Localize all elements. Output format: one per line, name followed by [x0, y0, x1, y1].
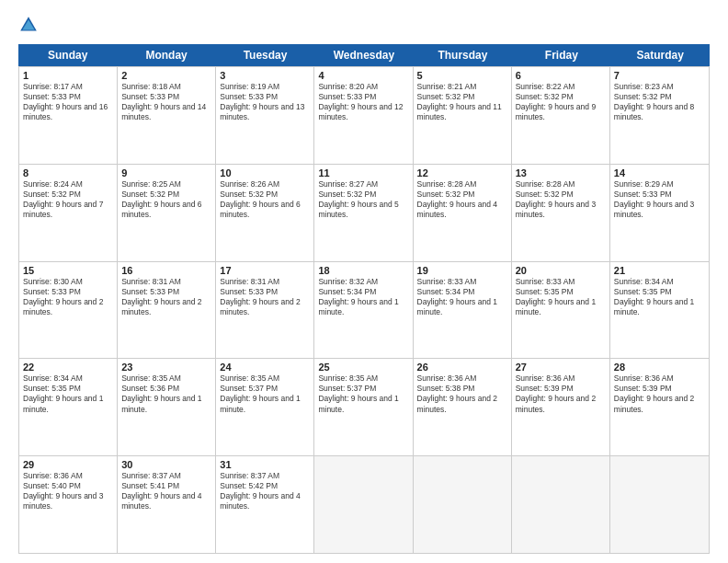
day-cell-4: 4Sunrise: 8:20 AMSunset: 5:33 PMDaylight… — [314, 67, 413, 164]
day-cell-24: 24Sunrise: 8:35 AMSunset: 5:37 PMDayligh… — [216, 359, 314, 455]
day-number-23: 23 — [121, 362, 211, 373]
day-number-7: 7 — [614, 70, 705, 81]
cell-info-7: Sunrise: 8:23 AMSunset: 5:32 PMDaylight:… — [614, 82, 694, 121]
cell-info-18: Sunrise: 8:32 AMSunset: 5:34 PMDaylight:… — [318, 277, 398, 316]
calendar-row-2: 8Sunrise: 8:24 AMSunset: 5:32 PMDaylight… — [19, 164, 709, 261]
cell-info-19: Sunrise: 8:33 AMSunset: 5:34 PMDaylight:… — [417, 277, 497, 316]
day-cell-25: 25Sunrise: 8:35 AMSunset: 5:37 PMDayligh… — [314, 359, 413, 455]
page: Sunday Monday Tuesday Wednesday Thursday… — [0, 0, 728, 563]
cell-info-5: Sunrise: 8:21 AMSunset: 5:32 PMDaylight:… — [417, 82, 502, 121]
day-cell-14: 14Sunrise: 8:29 AMSunset: 5:33 PMDayligh… — [610, 165, 709, 261]
day-cell-23: 23Sunrise: 8:35 AMSunset: 5:36 PMDayligh… — [118, 359, 216, 455]
day-number-12: 12 — [417, 167, 507, 178]
day-cell-30: 30Sunrise: 8:37 AMSunset: 5:41 PMDayligh… — [118, 456, 216, 553]
cell-info-27: Sunrise: 8:36 AMSunset: 5:39 PMDaylight:… — [516, 373, 596, 413]
day-number-27: 27 — [516, 362, 606, 373]
cell-info-30: Sunrise: 8:37 AMSunset: 5:41 PMDaylight:… — [121, 471, 201, 511]
calendar-row-4: 22Sunrise: 8:34 AMSunset: 5:35 PMDayligh… — [19, 358, 709, 455]
day-cell-5: 5Sunrise: 8:21 AMSunset: 5:32 PMDaylight… — [414, 67, 512, 164]
cell-info-21: Sunrise: 8:34 AMSunset: 5:35 PMDaylight:… — [614, 277, 694, 316]
day-cell-8: 8Sunrise: 8:24 AMSunset: 5:32 PMDaylight… — [19, 165, 118, 261]
day-number-17: 17 — [220, 265, 310, 276]
header-thursday: Thursday — [414, 44, 512, 66]
day-number-30: 30 — [121, 459, 211, 470]
cell-info-12: Sunrise: 8:28 AMSunset: 5:32 PMDaylight:… — [417, 179, 497, 219]
day-number-19: 19 — [417, 265, 507, 276]
day-number-8: 8 — [23, 167, 113, 178]
calendar-header: Sunday Monday Tuesday Wednesday Thursday… — [18, 44, 710, 66]
cell-info-25: Sunrise: 8:35 AMSunset: 5:37 PMDaylight:… — [318, 373, 398, 413]
cell-info-8: Sunrise: 8:24 AMSunset: 5:32 PMDaylight:… — [23, 179, 103, 219]
day-cell-20: 20Sunrise: 8:33 AMSunset: 5:35 PMDayligh… — [512, 262, 610, 359]
day-number-3: 3 — [220, 70, 310, 81]
cell-info-24: Sunrise: 8:35 AMSunset: 5:37 PMDaylight:… — [220, 373, 300, 413]
day-number-2: 2 — [121, 70, 211, 81]
header-wednesday: Wednesday — [314, 44, 413, 66]
day-cell-18: 18Sunrise: 8:32 AMSunset: 5:34 PMDayligh… — [314, 262, 413, 359]
day-cell-26: 26Sunrise: 8:36 AMSunset: 5:38 PMDayligh… — [414, 359, 512, 455]
day-number-21: 21 — [614, 265, 705, 276]
day-cell-15: 15Sunrise: 8:30 AMSunset: 5:33 PMDayligh… — [19, 262, 118, 359]
day-number-22: 22 — [23, 362, 113, 373]
calendar-body: 1Sunrise: 8:17 AMSunset: 5:33 PMDaylight… — [18, 66, 710, 554]
cell-info-1: Sunrise: 8:17 AMSunset: 5:33 PMDaylight:… — [23, 82, 108, 121]
empty-cell-r5-c6 — [512, 456, 610, 553]
day-cell-17: 17Sunrise: 8:31 AMSunset: 5:33 PMDayligh… — [216, 262, 314, 359]
day-cell-11: 11Sunrise: 8:27 AMSunset: 5:32 PMDayligh… — [314, 165, 413, 261]
calendar-row-3: 15Sunrise: 8:30 AMSunset: 5:33 PMDayligh… — [19, 261, 709, 359]
day-cell-27: 27Sunrise: 8:36 AMSunset: 5:39 PMDayligh… — [512, 359, 610, 455]
day-number-20: 20 — [516, 265, 606, 276]
day-number-16: 16 — [121, 265, 211, 276]
header — [18, 15, 710, 35]
day-cell-7: 7Sunrise: 8:23 AMSunset: 5:32 PMDaylight… — [610, 67, 709, 164]
cell-info-9: Sunrise: 8:25 AMSunset: 5:32 PMDaylight:… — [121, 179, 201, 219]
header-monday: Monday — [117, 44, 215, 66]
header-sunday: Sunday — [18, 44, 117, 66]
day-number-4: 4 — [318, 70, 408, 81]
day-number-13: 13 — [516, 167, 606, 178]
cell-info-13: Sunrise: 8:28 AMSunset: 5:32 PMDaylight:… — [516, 179, 596, 219]
day-cell-1: 1Sunrise: 8:17 AMSunset: 5:33 PMDaylight… — [19, 67, 118, 164]
calendar-row-1: 1Sunrise: 8:17 AMSunset: 5:33 PMDaylight… — [19, 66, 709, 164]
day-cell-2: 2Sunrise: 8:18 AMSunset: 5:33 PMDaylight… — [118, 67, 216, 164]
cell-info-23: Sunrise: 8:35 AMSunset: 5:36 PMDaylight:… — [121, 373, 201, 413]
day-number-1: 1 — [23, 70, 113, 81]
cell-info-28: Sunrise: 8:36 AMSunset: 5:39 PMDaylight:… — [614, 373, 694, 413]
cell-info-10: Sunrise: 8:26 AMSunset: 5:32 PMDaylight:… — [220, 179, 300, 219]
cell-info-29: Sunrise: 8:36 AMSunset: 5:40 PMDaylight:… — [23, 471, 103, 511]
day-number-29: 29 — [23, 459, 113, 470]
cell-info-4: Sunrise: 8:20 AMSunset: 5:33 PMDaylight:… — [318, 82, 403, 121]
day-number-26: 26 — [417, 362, 507, 373]
empty-cell-r5-c7 — [610, 456, 709, 553]
day-cell-6: 6Sunrise: 8:22 AMSunset: 5:32 PMDaylight… — [512, 67, 610, 164]
calendar-row-5: 29Sunrise: 8:36 AMSunset: 5:40 PMDayligh… — [19, 455, 709, 553]
day-number-11: 11 — [318, 167, 408, 178]
cell-info-20: Sunrise: 8:33 AMSunset: 5:35 PMDaylight:… — [516, 277, 596, 316]
day-cell-13: 13Sunrise: 8:28 AMSunset: 5:32 PMDayligh… — [512, 165, 610, 261]
cell-info-17: Sunrise: 8:31 AMSunset: 5:33 PMDaylight:… — [220, 277, 300, 316]
day-cell-16: 16Sunrise: 8:31 AMSunset: 5:33 PMDayligh… — [118, 262, 216, 359]
cell-info-2: Sunrise: 8:18 AMSunset: 5:33 PMDaylight:… — [121, 82, 206, 121]
cell-info-11: Sunrise: 8:27 AMSunset: 5:32 PMDaylight:… — [318, 179, 398, 219]
header-tuesday: Tuesday — [216, 44, 314, 66]
day-number-28: 28 — [614, 362, 705, 373]
cell-info-22: Sunrise: 8:34 AMSunset: 5:35 PMDaylight:… — [23, 373, 103, 413]
day-number-25: 25 — [318, 362, 408, 373]
day-number-14: 14 — [614, 167, 705, 178]
cell-info-31: Sunrise: 8:37 AMSunset: 5:42 PMDaylight:… — [220, 471, 300, 511]
cell-info-14: Sunrise: 8:29 AMSunset: 5:33 PMDaylight:… — [614, 179, 694, 219]
header-friday: Friday — [512, 44, 610, 66]
day-number-9: 9 — [121, 167, 211, 178]
calendar: Sunday Monday Tuesday Wednesday Thursday… — [18, 44, 710, 554]
day-cell-9: 9Sunrise: 8:25 AMSunset: 5:32 PMDaylight… — [118, 165, 216, 261]
day-number-31: 31 — [220, 459, 310, 470]
day-cell-31: 31Sunrise: 8:37 AMSunset: 5:42 PMDayligh… — [216, 456, 314, 553]
logo-icon — [18, 15, 39, 35]
day-cell-28: 28Sunrise: 8:36 AMSunset: 5:39 PMDayligh… — [610, 359, 709, 455]
cell-info-26: Sunrise: 8:36 AMSunset: 5:38 PMDaylight:… — [417, 373, 497, 413]
day-number-10: 10 — [220, 167, 310, 178]
day-number-5: 5 — [417, 70, 507, 81]
day-cell-22: 22Sunrise: 8:34 AMSunset: 5:35 PMDayligh… — [19, 359, 118, 455]
cell-info-6: Sunrise: 8:22 AMSunset: 5:32 PMDaylight:… — [516, 82, 596, 121]
cell-info-16: Sunrise: 8:31 AMSunset: 5:33 PMDaylight:… — [121, 277, 201, 316]
